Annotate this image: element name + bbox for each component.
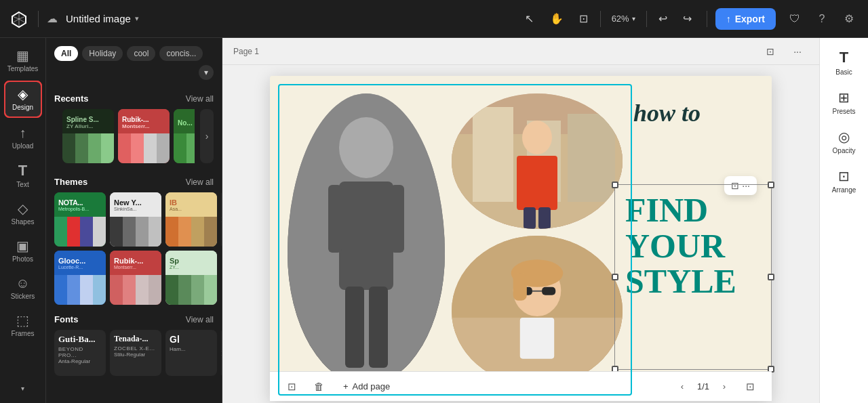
undo-button[interactable]: ↩ bbox=[652, 8, 674, 30]
shield-button[interactable]: 🛡 bbox=[784, 8, 806, 30]
theme-card-title-5: Rubik-... bbox=[114, 257, 157, 265]
how-to-text[interactable]: how to bbox=[628, 89, 761, 127]
opacity-icon: ◎ bbox=[838, 129, 850, 145]
sidebar-item-design[interactable]: ◈ Design bbox=[4, 81, 42, 118]
theme-card-newyork[interactable]: New Y... SinkinSa... bbox=[110, 192, 161, 247]
svg-rect-15 bbox=[538, 207, 551, 229]
sidebar-item-frames[interactable]: ⬚ Frames bbox=[4, 308, 42, 343]
bottom-trash-button[interactable]: 🗑 bbox=[308, 376, 330, 398]
font-card-gl[interactable]: Gl Ham... bbox=[165, 330, 217, 376]
canvas[interactable]: how to ⊡ ··· bbox=[270, 76, 772, 401]
canvas-wrapper[interactable]: how to ⊡ ··· bbox=[222, 65, 819, 403]
filter-dropdown[interactable]: ▾ bbox=[199, 65, 214, 80]
bottom-frame-button[interactable]: ⊡ bbox=[281, 376, 302, 398]
redo-button[interactable]: ↪ bbox=[677, 8, 698, 30]
themes-section-header: Themes View all bbox=[46, 171, 222, 192]
sidebar-item-text[interactable]: T Text bbox=[4, 158, 42, 194]
sidebar-more[interactable]: ▾ bbox=[4, 379, 42, 398]
filter-tab-all[interactable]: All bbox=[54, 46, 78, 61]
font-card-guti[interactable]: Guti-Ba... BEYOND PRO... Anta-Regular bbox=[54, 330, 106, 376]
zoom-control[interactable]: 62% ▾ bbox=[606, 11, 641, 26]
sidebar-item-label-text: Text bbox=[16, 181, 28, 188]
theme-card-sub-2: SinkinSa... bbox=[114, 207, 157, 211]
add-page-button[interactable]: + Add page bbox=[335, 377, 398, 396]
templates-icon: ▦ bbox=[16, 49, 29, 62]
document-title-button[interactable]: Untitled image ▾ bbox=[66, 13, 139, 24]
recents-section-header: Recents View all bbox=[46, 88, 222, 109]
font-card-sub2-3: Ham... bbox=[165, 346, 217, 352]
sidebar-item-shapes[interactable]: ◇ Shapes bbox=[4, 196, 42, 231]
page-nav-prev[interactable]: ‹ bbox=[673, 377, 692, 396]
font-card-name-1: Guti-Ba... bbox=[54, 330, 106, 346]
fonts-title: Fonts bbox=[54, 314, 78, 324]
basic-icon: T bbox=[840, 49, 848, 66]
app-logo[interactable] bbox=[8, 8, 30, 30]
recent-card-sub-2: Montserr... bbox=[122, 123, 149, 129]
theme-card-ib[interactable]: IB Asa... bbox=[165, 192, 217, 247]
theme-card-title-2: New Y... bbox=[114, 198, 157, 207]
svg-rect-9 bbox=[473, 107, 513, 202]
right-tool-arrange[interactable]: ⊡ Arrange bbox=[825, 163, 863, 199]
right-tool-opacity[interactable]: ◎ Opacity bbox=[825, 123, 863, 160]
themes-title: Themes bbox=[54, 177, 87, 187]
divider4 bbox=[707, 11, 707, 27]
photo-bottom-right[interactable] bbox=[452, 236, 623, 386]
recent-card-rubik[interactable]: Rubik-... Montserr... bbox=[118, 109, 170, 163]
help-button[interactable]: ? bbox=[811, 8, 833, 30]
photo-left[interactable] bbox=[288, 93, 445, 385]
photo-top-right[interactable] bbox=[452, 93, 623, 229]
fullscreen-button[interactable]: ⊡ bbox=[739, 376, 761, 398]
settings-button[interactable]: ⚙ bbox=[838, 8, 860, 30]
sidebar-item-photos[interactable]: ▣ Photos bbox=[4, 234, 42, 268]
theme-card-sub-6: ZY... bbox=[170, 265, 213, 270]
svg-rect-6 bbox=[369, 287, 388, 368]
right-tool-label-basic: Basic bbox=[835, 68, 852, 76]
sidebar-item-stickers[interactable]: ☺ Stickers bbox=[4, 271, 42, 305]
zoom-value: 62% bbox=[612, 14, 629, 24]
filter-tab-cool[interactable]: cool bbox=[127, 46, 155, 61]
filter-tab-concise[interactable]: concis... bbox=[159, 46, 203, 61]
recent-card-title-3: No... bbox=[178, 119, 193, 127]
frame-tool-button[interactable]: ⊡ bbox=[573, 8, 595, 30]
handle-top-right[interactable] bbox=[768, 182, 774, 188]
recent-card-spline[interactable]: Spline S... ZY Alluri... bbox=[62, 109, 114, 163]
handle-mid-right[interactable] bbox=[768, 274, 774, 280]
sidebar-item-upload[interactable]: ↑ Upload bbox=[4, 121, 42, 155]
page-nav-next[interactable]: › bbox=[715, 377, 734, 396]
fonts-view-all[interactable]: View all bbox=[186, 315, 214, 324]
handle-mid-left[interactable] bbox=[612, 274, 618, 280]
font-card-name-3: Gl bbox=[165, 330, 217, 346]
select-tool-button[interactable]: ↖ bbox=[519, 8, 540, 30]
right-tool-basic[interactable]: T Basic bbox=[825, 43, 863, 81]
undo-redo-group: ↩ ↪ bbox=[652, 8, 698, 30]
document-title-text: Untitled image bbox=[66, 13, 131, 24]
theme-card-rubik2[interactable]: Rubik-... Montserr... bbox=[110, 251, 161, 305]
theme-card-sp[interactable]: Sp ZY... bbox=[165, 251, 217, 305]
filter-tab-holiday[interactable]: Holiday bbox=[82, 46, 123, 61]
design-icon: ◈ bbox=[18, 87, 28, 101]
canvas-more-button[interactable]: ··· bbox=[787, 41, 808, 62]
themes-view-all[interactable]: View all bbox=[186, 177, 214, 187]
theme-card-glooc[interactable]: Glooc... Lucette-R... bbox=[54, 251, 106, 305]
export-button[interactable]: ↑ Export bbox=[715, 8, 776, 30]
handle-top-left[interactable] bbox=[612, 182, 618, 188]
font-card-sub1-1: BEYOND PRO... bbox=[54, 346, 106, 358]
theme-card-title-1: NOTA... bbox=[58, 198, 102, 207]
recent-card-no[interactable]: No... bbox=[174, 109, 195, 163]
fonts-section-header: Fonts View all bbox=[46, 309, 222, 330]
recents-view-all[interactable]: View all bbox=[186, 94, 214, 104]
recents-nav-next[interactable]: › bbox=[200, 109, 214, 163]
presets-icon: ⊞ bbox=[838, 89, 850, 106]
hand-tool-button[interactable]: ✋ bbox=[546, 8, 568, 30]
frames-icon: ⬚ bbox=[16, 314, 29, 327]
sidebar-item-templates[interactable]: ▦ Templates bbox=[4, 43, 42, 78]
canvas-image-icon[interactable]: ⊡ bbox=[760, 41, 781, 62]
svg-rect-20 bbox=[542, 287, 555, 295]
divider3 bbox=[646, 11, 647, 27]
find-style-container[interactable]: FIND YOUR STYLE ↻ bbox=[620, 190, 766, 364]
filter-tabs: All Holiday cool concis... ▾ bbox=[46, 46, 222, 88]
svg-rect-2 bbox=[339, 182, 393, 290]
right-tool-presets[interactable]: ⊞ Presets bbox=[825, 84, 863, 121]
font-card-tenada[interactable]: Tenada-... Zocbel X-E... Stilu-Regular bbox=[110, 330, 161, 376]
theme-card-nota[interactable]: NOTA... Metropolis-B... bbox=[54, 192, 106, 247]
